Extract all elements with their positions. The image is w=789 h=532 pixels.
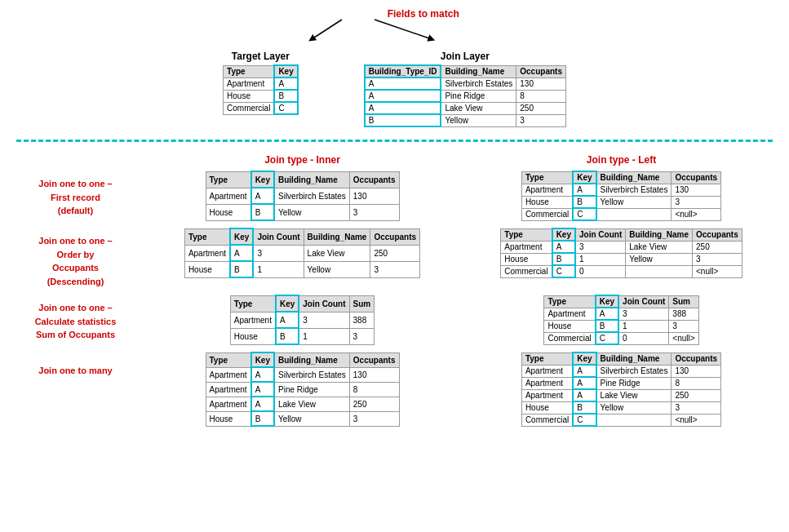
table-row: ApartmentA3Lake View250 [184,245,419,261]
table-row: CommercialC<null> [521,208,720,220]
section-1-inner: TypeKeyBuilding_NameOccupants ApartmentA… [143,171,462,221]
section-1: Join one to one –First record(default) T… [8,171,781,221]
section-2-left: TypeKeyJoin CountBuilding_NameOccupants … [462,228,781,278]
join-layer-label: Join Layer [441,51,490,62]
section-4-left: TypeKeyBuilding_NameOccupants ApartmentA… [462,352,781,427]
table-row: ApartmentASilverbirch Estates130 [521,365,720,377]
join-table-header: Building_Type_ID Building_Name Occupants [365,65,566,78]
join-type-inner-label: Join type - Inner [143,154,462,166]
join-layer-container: Join Layer Building_Type_ID Building_Nam… [364,51,566,127]
table-row: CommercialC [224,102,298,114]
section-2-label: Join one to one –Order byOccupants(Desce… [8,228,143,288]
section-3-left: TypeKeyJoin CountSum ApartmentA3388 Hous… [462,295,781,345]
table-row: ApartmentAPine Ridge8 [206,382,399,397]
section-1-label: Join one to one –First record(default) [8,171,143,218]
dashed-separator [16,140,773,142]
table-row: ASilverbirch Estates130 [365,78,566,90]
table-row: ApartmentA [224,78,298,90]
section-3-label: Join one to one –Calculate statisticsSum… [8,295,143,342]
table-row: CommercialC0<null> [544,332,698,344]
table-row: ApartmentA3Lake View250 [501,241,742,253]
table-row: ALake View250 [365,102,566,114]
table-row: HouseBYellow3 [206,204,399,220]
section-4-inner: TypeKeyBuilding_NameOccupants ApartmentA… [143,352,462,427]
table-row: HouseB1Yellow3 [184,261,419,277]
target-layer-label: Target Layer [232,51,290,62]
section-1-left: TypeKeyBuilding_NameOccupants ApartmentA… [462,171,781,221]
table-row: CommercialC0<null> [501,265,742,277]
section-3-inner: TypeKeyJoin CountSum ApartmentA3388 Hous… [143,295,462,345]
svg-line-1 [375,20,432,39]
target-layer-container: Target Layer Type Key ApartmentA HouseB … [223,51,299,115]
table-row: HouseBYellow3 [206,411,399,426]
join-type-left-label: Join type - Left [462,154,781,166]
table-row: ApartmentASilverbirch Estates130 [206,188,399,204]
table-row: BYellow3 [365,114,566,126]
section-3: Join one to one –Calculate statisticsSum… [8,295,781,345]
table-row: HouseB13 [544,320,698,332]
table-row: HouseBYellow3 [521,401,720,414]
table-row: HouseB [224,90,298,102]
table-row: HouseB13 [230,328,374,344]
table-row: APine Ridge8 [365,90,566,102]
table-row: ApartmentA3388 [544,308,698,320]
table-row: ApartmentA3388 [230,312,374,328]
table-row: HouseB1Yellow3 [501,253,742,265]
target-table: Type Key ApartmentA HouseB CommercialC [223,64,299,115]
table-row: CommercialC<null> [521,414,720,426]
section-4: Join one to many TypeKeyBuilding_NameOcc… [8,352,781,427]
table-row: ApartmentALake View250 [521,389,720,401]
section-2: Join one to one –Order byOccupants(Desce… [8,228,781,288]
table-row: ApartmentAPine Ridge8 [521,377,720,389]
join-table: Building_Type_ID Building_Name Occupants… [364,64,566,127]
table-row: ApartmentALake View250 [206,397,399,411]
target-table-header: Type Key [224,65,298,78]
svg-line-0 [312,20,342,39]
section-4-label: Join one to many [8,352,143,378]
table-row: HouseBYellow3 [521,196,720,208]
table-row: ApartmentASilverbirch Estates130 [206,367,399,382]
section-2-inner: TypeKeyJoin CountBuilding_NameOccupants … [143,228,462,278]
table-row: ApartmentASilverbirch Estates130 [521,184,720,196]
